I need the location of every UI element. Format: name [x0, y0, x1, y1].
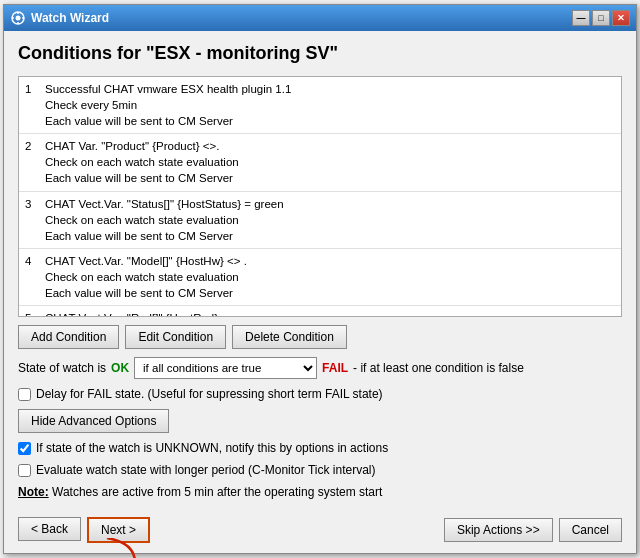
- condition-item: 5CHAT Vect.Var. "Red[]" {HostRed} = none…: [19, 306, 621, 317]
- title-bar: Watch Wizard — □ ✕: [4, 5, 636, 31]
- watch-wizard-icon: [10, 10, 26, 26]
- title-bar-left: Watch Wizard: [10, 10, 109, 26]
- condition-buttons-row: Add Condition Edit Condition Delete Cond…: [18, 325, 622, 349]
- state-condition-dropdown[interactable]: if all conditions are true if at least o…: [134, 357, 317, 379]
- add-condition-button[interactable]: Add Condition: [18, 325, 119, 349]
- state-suffix: - if at least one condition is false: [353, 361, 524, 375]
- state-fail-label: FAIL: [322, 361, 348, 375]
- condition-number: 4: [25, 253, 39, 269]
- condition-text: CHAT Vect.Var. "Red[]" {HostRed} = noneC…: [45, 310, 257, 317]
- condition-text: Successful CHAT vmware ESX health plugin…: [45, 81, 291, 129]
- condition-number: 2: [25, 138, 39, 154]
- maximize-button[interactable]: □: [592, 10, 610, 26]
- edit-condition-button[interactable]: Edit Condition: [125, 325, 226, 349]
- evaluate-checkbox-row: Evaluate watch state with longer period …: [18, 463, 622, 477]
- note-label: Note:: [18, 485, 49, 499]
- condition-item: 4CHAT Vect.Var. "Model[]" {HostHw} <> .C…: [19, 249, 621, 306]
- hide-advanced-button[interactable]: Hide Advanced Options: [18, 409, 169, 433]
- condition-number: 3: [25, 196, 39, 212]
- next-button-container: Next >: [87, 517, 150, 543]
- delay-label: Delay for FAIL state. (Useful for supres…: [36, 387, 383, 401]
- condition-item: 3CHAT Vect.Var. "Status[]" {HostStatus} …: [19, 192, 621, 249]
- unknown-label: If state of the watch is UNKNOWN, notify…: [36, 441, 388, 455]
- unknown-checkbox-row: If state of the watch is UNKNOWN, notify…: [18, 441, 622, 455]
- conditions-list[interactable]: 1Successful CHAT vmware ESX health plugi…: [18, 76, 622, 317]
- condition-item: 1Successful CHAT vmware ESX health plugi…: [19, 77, 621, 134]
- svg-point-1: [16, 16, 21, 21]
- condition-text: CHAT Vect.Var. "Model[]" {HostHw} <> .Ch…: [45, 253, 247, 301]
- condition-item: 2CHAT Var. "Product" {Product} <>.Check …: [19, 134, 621, 191]
- note-row: Note: Watches are active from 5 min afte…: [18, 485, 622, 499]
- condition-number: 1: [25, 81, 39, 97]
- close-button[interactable]: ✕: [612, 10, 630, 26]
- state-prefix: State of watch is: [18, 361, 106, 375]
- cancel-button[interactable]: Cancel: [559, 518, 622, 542]
- wizard-content: Conditions for "ESX - monitoring SV" 1Su…: [4, 31, 636, 511]
- minimize-button[interactable]: —: [572, 10, 590, 26]
- footer-right: Skip Actions >> Cancel: [444, 518, 622, 542]
- title-bar-text: Watch Wizard: [31, 11, 109, 25]
- state-ok-label: OK: [111, 361, 129, 375]
- footer: < Back Next > Skip Actions >> Cancel: [4, 511, 636, 553]
- evaluate-label: Evaluate watch state with longer period …: [36, 463, 375, 477]
- delete-condition-button[interactable]: Delete Condition: [232, 325, 347, 349]
- condition-text: CHAT Vect.Var. "Status[]" {HostStatus} =…: [45, 196, 284, 244]
- advanced-options-row: Hide Advanced Options: [18, 409, 622, 433]
- next-button[interactable]: Next >: [87, 517, 150, 543]
- delay-checkbox[interactable]: [18, 388, 31, 401]
- skip-actions-button[interactable]: Skip Actions >>: [444, 518, 553, 542]
- watch-wizard-window: Watch Wizard — □ ✕ Conditions for "ESX -…: [3, 4, 637, 554]
- note-text: Watches are active from 5 min after the …: [49, 485, 383, 499]
- back-button[interactable]: < Back: [18, 517, 81, 541]
- condition-number: 5: [25, 310, 39, 317]
- condition-text: CHAT Var. "Product" {Product} <>.Check o…: [45, 138, 239, 186]
- delay-checkbox-row: Delay for FAIL state. (Useful for supres…: [18, 387, 622, 401]
- page-title: Conditions for "ESX - monitoring SV": [18, 43, 622, 64]
- footer-left: < Back Next >: [18, 517, 150, 543]
- unknown-checkbox[interactable]: [18, 442, 31, 455]
- title-bar-controls: — □ ✕: [572, 10, 630, 26]
- evaluate-checkbox[interactable]: [18, 464, 31, 477]
- state-row: State of watch is OK if all conditions a…: [18, 357, 622, 379]
